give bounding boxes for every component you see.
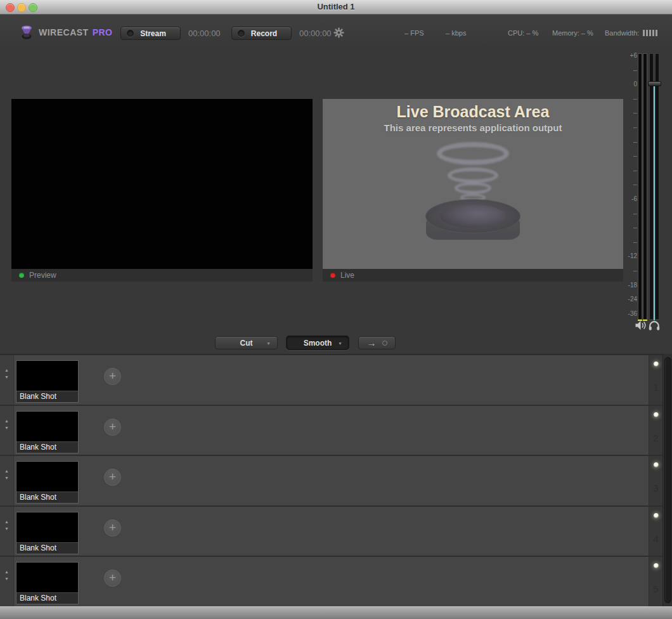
shot-thumbnail-image[interactable] xyxy=(16,462,78,492)
wirecast-logo-icon xyxy=(20,25,34,40)
go-progress-ring-icon xyxy=(382,341,387,346)
shot-thumbnail[interactable]: Blank Shot xyxy=(16,562,79,604)
layer-number-strip: 4 xyxy=(649,507,662,556)
db-scale-tick xyxy=(633,242,637,243)
stream-button[interactable]: Stream xyxy=(120,27,181,40)
db-scale-tick xyxy=(633,214,637,214)
db-scale-label: -18 xyxy=(618,282,637,289)
transition-smooth-button[interactable]: Smooth ▼ xyxy=(286,336,349,350)
move-shot-up-icon[interactable]: ▲ xyxy=(0,469,13,473)
move-shot-up-icon[interactable]: ▲ xyxy=(0,570,13,574)
shot-reorder-controls: ▲ ▼ xyxy=(0,507,14,556)
db-scale-tick xyxy=(633,113,637,114)
record-button[interactable]: Record xyxy=(231,27,292,40)
move-shot-down-icon[interactable]: ▼ xyxy=(0,577,13,581)
db-scale-tick xyxy=(633,127,637,128)
move-shot-down-icon[interactable]: ▼ xyxy=(0,526,13,531)
cut-label: Cut xyxy=(240,339,253,348)
bandwidth-label: Bandwidth: xyxy=(605,29,639,37)
move-shot-up-icon[interactable]: ▲ xyxy=(0,519,13,524)
layer-number: 5 xyxy=(649,583,662,594)
db-scale-tick xyxy=(633,185,637,185)
db-scale-tick xyxy=(633,70,637,71)
shot-thumbnail-image[interactable] xyxy=(16,361,78,391)
shot-thumbnail[interactable]: Blank Shot xyxy=(16,461,79,504)
wirecast-lens-watermark xyxy=(419,138,527,243)
bandwidth-bars-icon xyxy=(643,30,657,36)
shot-label: Blank Shot xyxy=(16,391,78,402)
move-shot-down-icon[interactable]: ▼ xyxy=(0,375,13,379)
chevron-down-icon[interactable]: ▼ xyxy=(338,341,342,346)
stream-button-label: Stream xyxy=(134,29,180,38)
speaker-mute-icon[interactable] xyxy=(635,320,647,330)
move-shot-up-icon[interactable]: ▲ xyxy=(0,419,13,423)
layer-active-led[interactable] xyxy=(654,412,659,417)
record-timer: 00:00:00 xyxy=(299,29,332,38)
shot-label: Blank Shot xyxy=(16,441,78,453)
titlebar[interactable]: Untitled 1 xyxy=(0,0,672,15)
layer-number: 4 xyxy=(649,533,662,544)
shot-thumbnail[interactable]: Blank Shot xyxy=(16,360,79,403)
add-shot-button[interactable]: + xyxy=(104,469,121,486)
scrollbar-thumb[interactable] xyxy=(664,357,671,603)
shot-row: ▲ ▼ Blank Shot + 4 xyxy=(0,507,662,557)
live-monitor[interactable]: Live Broadcast Area This area represents… xyxy=(323,99,623,269)
shot-row: ▲ ▼ Blank Shot + 5 xyxy=(0,557,662,606)
move-shot-up-icon[interactable]: ▲ xyxy=(0,368,13,372)
go-transition-button[interactable]: → xyxy=(358,336,396,349)
shot-reorder-controls: ▲ ▼ xyxy=(0,406,14,455)
preview-label: Preview xyxy=(29,271,56,280)
db-scale-label: -6 xyxy=(618,195,637,203)
record-settings-gear-icon[interactable] xyxy=(333,27,344,38)
shot-thumbnail[interactable]: Blank Shot xyxy=(16,512,79,554)
layer-number: 3 xyxy=(649,483,662,493)
add-shot-button[interactable]: + xyxy=(104,419,121,436)
move-shot-down-icon[interactable]: ▼ xyxy=(0,476,13,480)
shot-thumbnail[interactable]: Blank Shot xyxy=(16,411,79,453)
preview-indicator-dot xyxy=(19,273,24,278)
transition-cut-button[interactable]: Cut ▼ xyxy=(215,336,278,349)
add-shot-button[interactable]: + xyxy=(104,570,121,587)
layer-number-strip: 2 xyxy=(649,406,662,455)
shot-thumbnail-image[interactable] xyxy=(16,412,78,441)
live-indicator-dot xyxy=(330,273,335,278)
layer-active-led[interactable] xyxy=(654,513,659,518)
headphone-monitor-icon[interactable] xyxy=(649,320,660,331)
shot-thumbnail-image[interactable] xyxy=(16,512,78,542)
stream-timer: 00:00:00 xyxy=(188,29,221,38)
db-scale-label: 0 xyxy=(618,81,637,88)
shot-thumbnail-image[interactable] xyxy=(16,563,78,592)
db-scale-tick xyxy=(633,271,637,271)
shot-row: ▲ ▼ Blank Shot + 1 xyxy=(0,355,662,406)
shot-row: ▲ ▼ Blank Shot + 2 xyxy=(0,406,662,457)
volume-fader-handle[interactable] xyxy=(648,81,661,86)
volume-fader-track-right[interactable] xyxy=(655,53,659,320)
shot-list-scrollbar[interactable] xyxy=(662,354,672,606)
record-button-label: Record xyxy=(245,29,291,38)
shot-list: ▲ ▼ Blank Shot + 1 ▲ ▼ Blank Shot + 2 ▲ xyxy=(0,354,662,606)
layer-number: 1 xyxy=(649,382,662,393)
volume-fader-track-left[interactable] xyxy=(649,53,654,320)
add-shot-button[interactable]: + xyxy=(104,368,121,385)
go-arrow-icon: → xyxy=(367,337,377,348)
db-scale-tick xyxy=(633,142,637,143)
audio-meter-right xyxy=(643,53,647,320)
db-scale-label: +6 xyxy=(618,52,637,60)
shot-label: Blank Shot xyxy=(16,542,78,554)
bandwidth-stat: Bandwidth: xyxy=(605,29,657,37)
shot-label: Blank Shot xyxy=(16,492,78,503)
shot-reorder-controls: ▲ ▼ xyxy=(0,456,14,505)
add-shot-button[interactable]: + xyxy=(104,519,121,537)
brand-edition: PRO xyxy=(93,27,113,37)
preview-label-bar: Preview xyxy=(11,269,313,282)
move-shot-down-icon[interactable]: ▼ xyxy=(0,426,13,430)
shot-reorder-controls: ▲ ▼ xyxy=(0,557,14,606)
layer-active-led[interactable] xyxy=(654,362,659,367)
chevron-down-icon[interactable]: ▼ xyxy=(266,341,271,346)
live-label: Live xyxy=(340,271,354,280)
live-area-title: Live Broadcast Area xyxy=(323,103,623,121)
layer-active-led[interactable] xyxy=(654,462,659,467)
preview-monitor[interactable] xyxy=(11,99,313,269)
brand-name: WIRECAST xyxy=(39,27,89,37)
layer-active-led[interactable] xyxy=(654,563,659,568)
